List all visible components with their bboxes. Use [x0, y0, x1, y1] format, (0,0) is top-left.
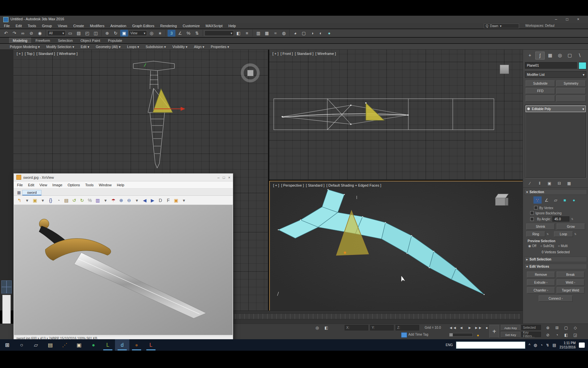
- selection-set-field[interactable]: Selected: [521, 325, 541, 330]
- viewer-image-area[interactable]: [14, 205, 233, 335]
- edit-vertices-button[interactable]: Remove: [527, 272, 555, 278]
- taskbar-app-icon[interactable]: ●: [86, 339, 101, 351]
- ribbon-panel-button[interactable]: Align ▾: [194, 45, 204, 49]
- viewport-nav-icon[interactable]: ◔: [553, 332, 561, 338]
- viewer-tool-icon[interactable]: ↺: [71, 198, 77, 203]
- clock[interactable]: 1:11 PM 21/11/2016: [560, 341, 576, 349]
- ribbon-tab[interactable]: Populate: [105, 38, 125, 43]
- slider-handle[interactable]: [449, 333, 453, 336]
- auto-key-button[interactable]: Auto Key: [501, 325, 520, 331]
- edit-vertices-button[interactable]: Target Weld: [557, 287, 585, 293]
- ignore-backfacing-row[interactable]: Ignore Backfacing: [523, 210, 588, 215]
- toolbar-icon[interactable]: ●: [325, 30, 333, 37]
- language-indicator[interactable]: ENG: [446, 343, 453, 347]
- viewport-nav-icon[interactable]: ◲: [572, 332, 579, 338]
- viewer-tool-icon[interactable]: ▾: [134, 198, 140, 203]
- viewer-menu-item[interactable]: File: [17, 183, 23, 187]
- taskbar-app-icon[interactable]: ⋰: [57, 339, 72, 351]
- taskbar-app-icon[interactable]: ▱: [29, 339, 43, 351]
- menu-item[interactable]: Edit: [16, 24, 22, 28]
- viewport-nav-icon[interactable]: ▢: [563, 325, 570, 331]
- minimize-button[interactable]: –: [551, 16, 561, 22]
- by-angle-row[interactable]: By Angle: 45.0 ⇅: [523, 215, 588, 222]
- viewport-nav-icon[interactable]: ⊕: [544, 325, 551, 331]
- modifier-shortcut-button[interactable]: Subdivide: [526, 80, 555, 87]
- viewer-menu-item[interactable]: Image: [52, 183, 62, 187]
- taskbar-app-icon[interactable]: d: [115, 339, 129, 351]
- ribbon-tab[interactable]: Object Paint: [77, 38, 104, 43]
- toolbar-icon[interactable]: ⊕: [103, 30, 111, 37]
- rollout-edit-vertices[interactable]: ▾ Edit Vertices: [524, 264, 587, 269]
- viewer-menu-item[interactable]: Tools: [85, 183, 94, 187]
- menu-item[interactable]: Customize: [183, 24, 200, 28]
- angle-value-field[interactable]: 45.0: [552, 216, 569, 222]
- playback-control-icon[interactable]: ◄: [458, 325, 465, 331]
- object-color-swatch[interactable]: [579, 62, 586, 69]
- toolbar-icon[interactable]: ◑: [308, 30, 316, 37]
- toolbar-icon[interactable]: ▢: [300, 30, 308, 37]
- command-panel-tab[interactable]: +: [526, 52, 534, 59]
- viewer-tool-icon[interactable]: ▾: [103, 198, 108, 203]
- viewer-minimize-button[interactable]: –: [218, 176, 220, 179]
- taskbar-app-icon[interactable]: L: [101, 339, 115, 351]
- tray-input-box[interactable]: [456, 342, 525, 349]
- stack-tool-icon[interactable]: ∕: [526, 180, 533, 187]
- toolbar-icon[interactable]: ◍: [280, 30, 288, 37]
- edit-vertices-button[interactable]: Break: [557, 272, 585, 278]
- viewer-tool-icon[interactable]: ⊖: [126, 198, 132, 203]
- workspaces-selector[interactable]: Workspaces: Defaul: [525, 24, 554, 27]
- ribbon-panel-button[interactable]: Polygon Modeling ▾: [10, 45, 40, 49]
- toolbar-icon[interactable]: ≈: [271, 30, 279, 37]
- playback-control-icon[interactable]: ◄◄: [449, 325, 456, 331]
- toolbar-icon[interactable]: ◐: [317, 30, 325, 37]
- toolbar-icon[interactable]: ▤: [75, 30, 83, 37]
- toolbar-icon[interactable]: ▭: [66, 30, 74, 37]
- viewer-tool-icon[interactable]: ◔: [56, 198, 61, 203]
- start-button[interactable]: ⊞: [0, 339, 14, 351]
- ribbon-panel-button[interactable]: Loops ▾: [127, 45, 139, 49]
- subobject-level-icon[interactable]: ∵: [533, 196, 542, 204]
- maximize-button[interactable]: □: [563, 16, 572, 22]
- viewer-tool-icon[interactable]: ☂: [110, 198, 116, 203]
- image-viewer-window[interactable]: sword.jpg - XnView – □ × FileEditViewIma…: [13, 173, 233, 341]
- radio-multi[interactable]: ○ Multi: [558, 244, 568, 248]
- menu-item[interactable]: Modifiers: [90, 24, 105, 28]
- taskbar-app-icon[interactable]: ▣: [72, 339, 86, 351]
- viewport-front[interactable]: [ + ][ Front ][ Standard ][ Wireframe ]: [269, 50, 523, 180]
- modifier-shortcut-button[interactable]: [556, 88, 586, 94]
- named-selection-sets-dropdown[interactable]: ▾: [204, 30, 234, 36]
- viewer-menu-item[interactable]: Window: [99, 183, 112, 187]
- ribbon-panel-button[interactable]: Subdivision ▾: [146, 45, 166, 49]
- stack-tool-icon[interactable]: ▦: [565, 180, 573, 187]
- key-icon[interactable]: ●: [474, 332, 482, 339]
- viewer-title-bar[interactable]: sword.jpg - XnView – □ ×: [14, 174, 233, 181]
- spinner-icon[interactable]: ⇅: [547, 233, 549, 236]
- reference-coordinate-dropdown[interactable]: View▾: [129, 30, 147, 36]
- toolbar-icon[interactable]: ◰: [83, 30, 91, 37]
- modifier-shortcut-button[interactable]: FFD: [526, 88, 555, 94]
- viewer-maximize-button[interactable]: □: [223, 176, 225, 179]
- ribbon-panel-button[interactable]: Modify Selection ▾: [46, 45, 74, 49]
- viewer-tool-icon[interactable]: ▣: [173, 198, 179, 203]
- coord-y-field[interactable]: Y:: [370, 325, 394, 330]
- status-toggle-icon[interactable]: ◎: [314, 325, 321, 331]
- toolbar-icon[interactable]: ◕: [291, 30, 299, 37]
- radio-subobj[interactable]: ○ SubObj: [540, 244, 554, 248]
- toolbar-icon[interactable]: 3: [168, 30, 175, 37]
- menu-item[interactable]: Views: [58, 24, 67, 28]
- layout-tab[interactable]: [1, 280, 12, 293]
- menu-item[interactable]: Tools: [28, 24, 36, 28]
- edit-vertices-button[interactable]: Weld ▫: [557, 279, 585, 286]
- connect-button[interactable]: Connect ▫: [539, 295, 573, 302]
- signin-box[interactable]: Q Dawn ▾: [484, 24, 519, 28]
- playback-control-icon[interactable]: ►►: [475, 325, 482, 331]
- command-panel-tab[interactable]: ʃ: [535, 52, 545, 59]
- selection-filter-dropdown[interactable]: All▾: [47, 30, 66, 36]
- viewport-nav-icon[interactable]: ⊘: [544, 332, 551, 338]
- subobject-level-icon[interactable]: ∠: [543, 196, 551, 204]
- add-time-tag[interactable]: Add Time Tag: [408, 333, 428, 336]
- toolbar-icon[interactable]: ↶: [2, 30, 10, 37]
- toolbar-icon[interactable]: ⇅: [193, 30, 201, 37]
- edit-vertices-button[interactable]: Chamfer ▫: [527, 287, 555, 293]
- viewer-tool-icon[interactable]: %: [87, 198, 93, 203]
